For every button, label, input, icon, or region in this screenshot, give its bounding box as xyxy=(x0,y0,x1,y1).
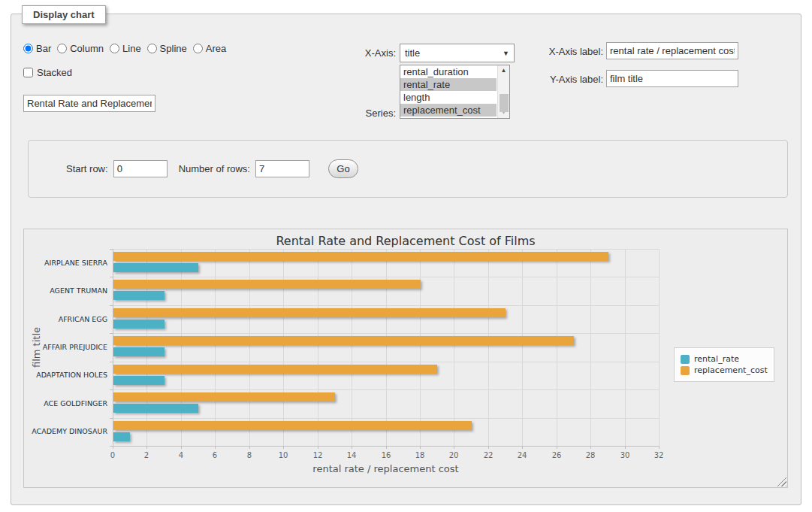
chart-type-radio-bar[interactable] xyxy=(23,44,33,53)
x-axis-tick-label: 0 xyxy=(98,451,128,459)
gridline xyxy=(215,249,216,446)
x-axis-select[interactable]: title ▼ xyxy=(400,44,515,62)
scroll-up-icon[interactable]: ▲ xyxy=(498,65,509,76)
gridline xyxy=(625,249,626,446)
series-listbox[interactable]: rental_durationrental_ratelengthreplacem… xyxy=(400,65,510,119)
series-options: rental_durationrental_ratelengthreplacem… xyxy=(400,65,497,117)
bar-rental_rate[interactable] xyxy=(113,320,165,329)
bar-replacement_cost[interactable] xyxy=(113,392,335,401)
legend-label: rental_rate xyxy=(694,354,739,364)
x-axis-tick-label: 32 xyxy=(644,451,674,459)
fieldset-legend: Display chart xyxy=(22,5,106,24)
resize-grip-icon[interactable] xyxy=(777,477,786,486)
chart-type-option-column[interactable]: Column xyxy=(57,43,104,54)
num-rows-label: Number of rows: xyxy=(179,163,250,174)
gridline xyxy=(352,249,352,446)
gridline xyxy=(318,249,318,446)
chart-type-option-spline[interactable]: Spline xyxy=(147,43,187,54)
gridline xyxy=(113,305,659,306)
gridline xyxy=(113,333,659,334)
series-option-length[interactable]: length xyxy=(400,91,497,104)
chart-title: Rental Rate and Replacement Cost of Film… xyxy=(24,234,787,248)
gridline xyxy=(488,249,489,446)
x-axis-tick-label: 24 xyxy=(507,451,537,459)
x-axis-tick-label: 16 xyxy=(371,451,401,459)
series-option-rental_duration[interactable]: rental_duration xyxy=(400,65,497,78)
bar-rental_rate[interactable] xyxy=(113,291,165,300)
legend-label: replacement_cost xyxy=(694,365,768,375)
gridline xyxy=(557,249,557,446)
display-chart-fieldset: Display chart BarColumnLineSplineArea St… xyxy=(11,14,801,505)
x-axis-tick xyxy=(659,446,660,449)
legend-item-replacement_cost[interactable]: replacement_cost xyxy=(681,365,768,375)
bar-replacement_cost[interactable] xyxy=(113,365,437,374)
x-axis-select-value: title xyxy=(405,47,503,59)
legend-item-rental_rate[interactable]: rental_rate xyxy=(681,354,768,364)
go-button[interactable]: Go xyxy=(328,159,358,178)
chart-type-option-area[interactable]: Area xyxy=(193,43,226,54)
bar-replacement_cost[interactable] xyxy=(113,280,421,289)
bar-rental_rate[interactable] xyxy=(113,263,198,272)
gridline xyxy=(181,249,182,446)
bar-replacement_cost[interactable] xyxy=(113,308,506,317)
y-axis-category-label: AGENT TRUMAN xyxy=(23,286,107,295)
x-axis-label-label: X-Axis label: xyxy=(537,46,603,57)
chart-type-option-bar[interactable]: Bar xyxy=(23,43,51,54)
chart-type-label: Column xyxy=(70,43,104,54)
bar-replacement_cost[interactable] xyxy=(113,421,472,430)
y-axis-label-input[interactable] xyxy=(606,70,738,87)
y-axis-category-label: AFRICAN EGG xyxy=(23,315,107,323)
rows-panel: Start row: Number of rows: Go xyxy=(28,140,788,198)
chart-type-label: Line xyxy=(122,43,141,54)
y-axis-label-label: Y-Axis label: xyxy=(537,74,603,85)
chart-legend: rental_ratereplacement_cost xyxy=(674,347,774,382)
stacked-checkbox[interactable] xyxy=(23,68,33,77)
gridline xyxy=(522,249,523,446)
bar-rental_rate[interactable] xyxy=(113,376,165,385)
gridline xyxy=(113,249,659,250)
num-rows-input[interactable] xyxy=(255,160,309,177)
chart-type-radio-column[interactable] xyxy=(57,44,67,53)
chart-title-input[interactable] xyxy=(23,95,155,112)
chart-container: Rental Rate and Replacement Cost of Film… xyxy=(23,229,788,488)
gridline xyxy=(590,249,591,446)
bar-rental_rate[interactable] xyxy=(113,347,165,356)
x-axis-tick-label: 12 xyxy=(303,451,333,459)
chevron-down-icon: ▼ xyxy=(503,50,509,57)
stacked-label: Stacked xyxy=(37,67,72,78)
x-axis-tick-label: 18 xyxy=(405,451,435,459)
start-row-label: Start row: xyxy=(66,163,108,174)
series-scrollbar[interactable]: ▲ ▼ xyxy=(497,65,509,118)
chart-type-radio-line[interactable] xyxy=(110,44,119,53)
x-axis-tick-label: 4 xyxy=(166,451,196,459)
chart-type-group: BarColumnLineSplineArea xyxy=(23,43,232,54)
chart-x-axis-title: rental rate / replacement cost xyxy=(113,463,659,474)
legend-swatch-icon xyxy=(681,355,690,364)
chart-type-radio-area[interactable] xyxy=(193,44,203,53)
series-option-rental_rate[interactable]: rental_rate xyxy=(400,78,497,91)
gridline xyxy=(113,362,659,362)
x-axis-tick-label: 14 xyxy=(337,451,367,459)
bar-replacement_cost[interactable] xyxy=(113,252,608,261)
x-axis-tick-label: 28 xyxy=(575,451,605,459)
gridline xyxy=(454,249,454,446)
bar-replacement_cost[interactable] xyxy=(113,336,574,345)
gridline xyxy=(249,249,250,446)
chart-type-radio-spline[interactable] xyxy=(147,44,157,53)
bar-rental_rate[interactable] xyxy=(113,432,130,441)
x-axis-tick-label: 26 xyxy=(542,451,572,459)
gridline xyxy=(113,389,659,390)
x-axis-label-input[interactable] xyxy=(606,42,738,59)
legend-swatch-icon xyxy=(681,366,690,375)
bar-rental_rate[interactable] xyxy=(113,404,198,413)
series-select-label: Series: xyxy=(334,108,396,119)
x-axis-tick-label: 30 xyxy=(610,451,640,459)
scrollbar-thumb[interactable] xyxy=(500,94,509,112)
y-axis-category-label: AIRPLANE SIERRA xyxy=(23,259,107,267)
x-axis-tick-label: 2 xyxy=(131,451,161,459)
stacked-row: Stacked xyxy=(23,67,72,78)
chart-type-option-line[interactable]: Line xyxy=(110,43,141,54)
start-row-input[interactable] xyxy=(113,160,168,177)
series-option-replacement_cost[interactable]: replacement_cost xyxy=(400,104,497,117)
x-axis-tick-label: 22 xyxy=(473,451,503,459)
